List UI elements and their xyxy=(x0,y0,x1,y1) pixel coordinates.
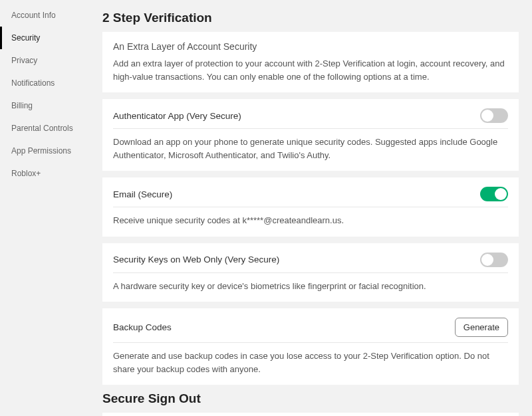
intro-body: Add an extra layer of protection to your… xyxy=(113,57,508,83)
settings-main: 2 Step Verification An Extra Layer of Ac… xyxy=(93,0,532,416)
email-toggle[interactable] xyxy=(480,187,508,201)
email-desc: Receive unique security codes at k*****@… xyxy=(113,214,508,227)
settings-sidebar: Account Info Security Privacy Notificati… xyxy=(0,0,93,416)
authenticator-label: Authenticator App (Very Secure) xyxy=(113,111,241,121)
backup-codes-label: Backup Codes xyxy=(113,322,172,332)
email-label: Email (Secure) xyxy=(113,189,172,199)
security-keys-card: Security Keys on Web Only (Very Secure) … xyxy=(102,243,519,302)
sidebar-item-account-info[interactable]: Account Info xyxy=(0,4,93,27)
intro-heading: An Extra Layer of Account Security xyxy=(113,41,508,52)
sign-out-card: Sign out of all other sessions Sign out xyxy=(102,413,519,416)
authenticator-toggle[interactable] xyxy=(480,108,508,123)
sidebar-item-parental-controls[interactable]: Parental Controls xyxy=(0,117,93,140)
authenticator-card: Authenticator App (Very Secure) Download… xyxy=(102,99,519,171)
security-keys-label: Security Keys on Web Only (Very Secure) xyxy=(113,255,279,264)
security-keys-toggle[interactable] xyxy=(480,253,508,267)
intro-card: An Extra Layer of Account Security Add a… xyxy=(102,32,519,92)
backup-codes-card: Backup Codes Generate Generate and use b… xyxy=(102,308,519,385)
sidebar-item-privacy[interactable]: Privacy xyxy=(0,49,93,72)
generate-button[interactable]: Generate xyxy=(455,318,508,337)
backup-codes-desc: Generate and use backup codes in case yo… xyxy=(113,350,508,375)
two-step-verification-title: 2 Step Verification xyxy=(102,11,519,25)
sidebar-item-notifications[interactable]: Notifications xyxy=(0,72,93,94)
sidebar-item-app-permissions[interactable]: App Permissions xyxy=(0,140,93,162)
email-card: Email (Secure) Receive unique security c… xyxy=(102,177,519,237)
sidebar-item-security[interactable]: Security xyxy=(0,27,93,49)
secure-sign-out-title: Secure Sign Out xyxy=(102,391,519,406)
security-keys-desc: A hardware security key or device's biom… xyxy=(113,280,508,293)
sidebar-item-billing[interactable]: Billing xyxy=(0,94,93,117)
authenticator-desc: Download an app on your phone to generat… xyxy=(113,136,508,161)
sidebar-item-roblox-plus[interactable]: Roblox+ xyxy=(0,162,93,185)
